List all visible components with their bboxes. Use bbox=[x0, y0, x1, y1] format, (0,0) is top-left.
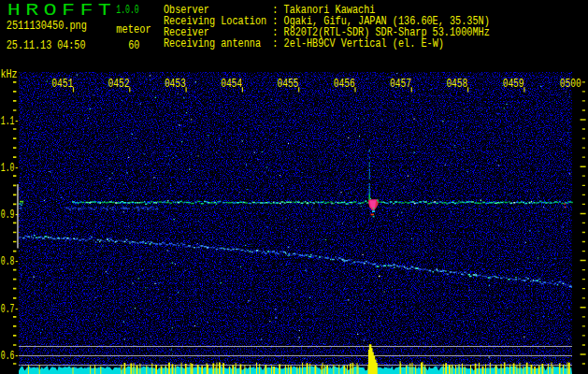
svg-text:H: H bbox=[7, 2, 21, 21]
svg-text:Receiving antenna : 2el-HB9CV: Receiving antenna : 2el-HB9CV Vertical (… bbox=[164, 36, 444, 51]
svg-text:0.7-: 0.7- bbox=[1, 302, 19, 315]
svg-text:2511130450.png: 2511130450.png bbox=[7, 19, 87, 34]
svg-text:0454: 0454 bbox=[221, 76, 242, 90]
svg-text:0456: 0456 bbox=[334, 76, 355, 90]
svg-text:F: F bbox=[62, 2, 75, 21]
svg-text:meteor: meteor bbox=[116, 22, 151, 37]
svg-text:0457: 0457 bbox=[390, 76, 411, 90]
svg-text:0500: 0500 bbox=[560, 76, 581, 90]
svg-text:0.8-: 0.8- bbox=[1, 254, 19, 267]
svg-text:0458: 0458 bbox=[446, 76, 467, 90]
svg-text:0453: 0453 bbox=[165, 76, 186, 90]
svg-text:kHz: kHz bbox=[1, 67, 18, 81]
svg-text:0455: 0455 bbox=[278, 76, 299, 90]
svg-text:1.0-: 1.0- bbox=[1, 161, 19, 174]
svg-text:0.9-: 0.9- bbox=[1, 208, 19, 221]
svg-text:0452: 0452 bbox=[108, 76, 130, 90]
svg-text:0459: 0459 bbox=[503, 76, 524, 90]
svg-text:60: 60 bbox=[128, 38, 139, 53]
svg-text:1.1-: 1.1- bbox=[1, 114, 19, 127]
svg-text:R: R bbox=[25, 2, 38, 21]
svg-text:0.6-: 0.6- bbox=[1, 349, 19, 362]
svg-text:0451: 0451 bbox=[51, 76, 73, 90]
svg-text:1.0.0: 1.0.0 bbox=[116, 4, 138, 17]
svg-text:T: T bbox=[98, 2, 111, 21]
svg-text:25.11.13 04:50: 25.11.13 04:50 bbox=[7, 38, 86, 53]
svg-text:O: O bbox=[44, 2, 57, 21]
svg-text:F: F bbox=[79, 2, 93, 21]
